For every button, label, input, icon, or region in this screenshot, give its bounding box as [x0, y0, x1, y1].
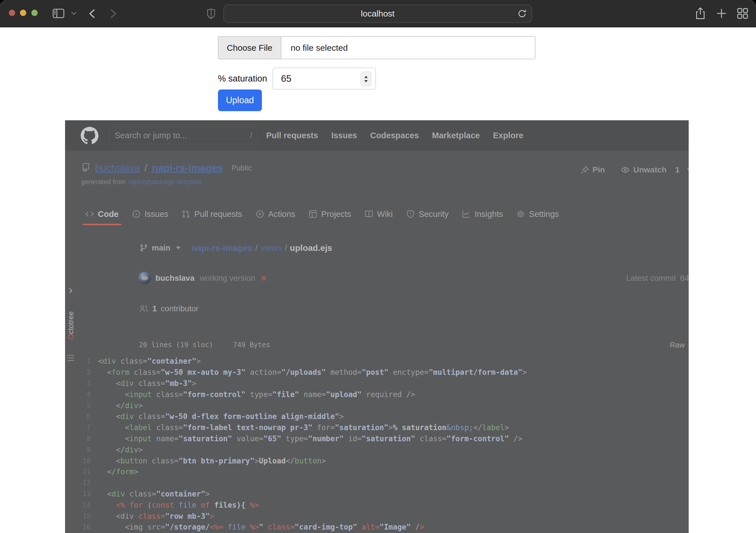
hamburger-icon[interactable]: [67, 355, 74, 363]
code-line: 16 <img src="/storage/<%= file %>" class…: [65, 521, 689, 533]
saturation-number-input[interactable]: 65: [272, 67, 376, 89]
watch-button[interactable]: Unwatch 1: [621, 165, 689, 174]
number-stepper[interactable]: [361, 71, 371, 86]
line-number[interactable]: 3: [65, 379, 98, 387]
repo-tab-security[interactable]: Security: [406, 203, 449, 225]
code-text: <label class="form-label text-nowrap pr-…: [98, 423, 509, 432]
template-repo-link[interactable]: napi-rs/package-template: [127, 178, 202, 186]
project-icon: [309, 210, 317, 218]
header-nav-item-pull-requests[interactable]: Pull requests: [266, 131, 318, 140]
octotree-sidebar-tab[interactable]: Octotree: [65, 287, 76, 361]
code-text: <button class="btn btn-primary">Upload</…: [98, 457, 326, 465]
tab-overview-button[interactable]: [737, 8, 748, 19]
line-number[interactable]: 15: [65, 512, 98, 520]
line-number[interactable]: 2: [65, 368, 98, 376]
header-nav-item-explore[interactable]: Explore: [493, 131, 523, 140]
latest-commit-sha[interactable]: 04: [680, 274, 689, 283]
tab-label: Pull requests: [194, 210, 242, 219]
forward-button[interactable]: [109, 9, 118, 19]
line-number[interactable]: 7: [65, 423, 98, 432]
toolbar-chevron-down-icon[interactable]: [71, 12, 77, 15]
latest-commit-info: Latest commit 04: [626, 270, 689, 287]
repo-tab-pull-requests[interactable]: Pull requests: [182, 203, 242, 225]
github-search-box[interactable]: Search or jump to... /: [109, 127, 257, 144]
breadcrumb-link[interactable]: napi-rs-images: [191, 243, 252, 253]
github-header-nav: Pull requestsIssuesCodespacesMarketplace…: [266, 120, 523, 151]
breadcrumb: napi-rs-images/views/upload.ejs: [191, 240, 332, 257]
repo-tab-insights[interactable]: Insights: [462, 203, 503, 225]
file-upload-input[interactable]: Choose File no file selected: [218, 36, 535, 59]
code-text: <div class="w-50 d-flex form-outline ali…: [98, 412, 344, 421]
code-line: 15 <div class="row mb-3">: [65, 511, 689, 521]
line-number[interactable]: 9: [65, 446, 98, 454]
code-text: <input name="saturation" value="65" type…: [98, 434, 522, 443]
repo-tab-actions[interactable]: Actions: [256, 203, 295, 225]
code-viewer: 1<div class="container">2 <form class="w…: [65, 356, 689, 533]
branch-selector[interactable]: main: [140, 243, 180, 253]
raw-button[interactable]: Raw: [670, 338, 685, 352]
graph-icon: [462, 210, 471, 218]
saturation-value: 65: [281, 68, 291, 89]
breadcrumb-separator: /: [285, 243, 287, 253]
repo-tab-projects[interactable]: Projects: [309, 203, 351, 225]
new-tab-button[interactable]: [716, 8, 727, 19]
line-number[interactable]: 11: [65, 468, 98, 476]
repo-tab-wiki[interactable]: Wiki: [364, 203, 393, 225]
line-number[interactable]: 10: [65, 457, 98, 465]
watch-caret-icon[interactable]: [687, 168, 689, 172]
reload-button[interactable]: [517, 9, 527, 20]
header-nav-item-marketplace[interactable]: Marketplace: [432, 131, 480, 140]
stepper-down-icon[interactable]: [364, 80, 368, 82]
line-number[interactable]: 12: [65, 479, 98, 487]
stepper-up-icon[interactable]: [364, 76, 368, 78]
header-nav-item-codespaces[interactable]: Codespaces: [370, 131, 419, 140]
window-zoom-button[interactable]: [31, 10, 38, 16]
contributor-label: contributor: [161, 304, 199, 313]
window-close-button[interactable]: [9, 10, 15, 16]
octotree-label-first: O: [67, 334, 75, 340]
code-text: <div class="container">: [98, 357, 201, 366]
chevron-right-icon[interactable]: [67, 287, 74, 295]
commit-author-avatar[interactable]: [138, 272, 151, 284]
line-number[interactable]: 16: [65, 523, 98, 531]
branch-caret-icon: [176, 246, 180, 249]
pin-button[interactable]: Pin: [580, 165, 605, 174]
code-line: 10 <button class="btn btn-primary">Uploa…: [65, 455, 689, 466]
check-failed-x-icon[interactable]: [260, 274, 268, 282]
watch-label: Unwatch: [633, 165, 667, 174]
address-bar[interactable]: localhost: [223, 5, 532, 23]
repo-tab-settings[interactable]: Settings: [516, 203, 559, 225]
tab-label: Wiki: [377, 210, 393, 219]
sidebar-icon: [52, 9, 65, 18]
gear-icon: [516, 210, 525, 218]
code-line: 12: [65, 477, 689, 489]
line-number[interactable]: 8: [65, 435, 98, 443]
tab-label: Projects: [321, 210, 351, 219]
header-nav-item-issues[interactable]: Issues: [331, 131, 357, 140]
saturation-label: % saturation: [218, 67, 267, 89]
contributors-row[interactable]: 1 contributor: [139, 301, 199, 316]
browser-window: localhost Choose File no file selected: [0, 0, 756, 533]
window-minimize-button[interactable]: [20, 10, 26, 16]
line-number[interactable]: 13: [65, 490, 98, 498]
code-line: 6 <div class="w-50 d-flex form-outline a…: [65, 411, 689, 422]
commit-author-name[interactable]: buchslava: [155, 274, 195, 283]
line-number[interactable]: 6: [65, 413, 98, 420]
back-button[interactable]: [88, 9, 96, 19]
share-button[interactable]: [694, 7, 707, 20]
sidebar-toggle-button[interactable]: [52, 9, 65, 18]
upload-button[interactable]: Upload: [218, 89, 262, 111]
code-line: 2 <form class="w-50 mx-auto my-3" action…: [65, 367, 689, 378]
latest-commit-label: Latest commit: [626, 274, 676, 283]
code-text: <form class="w-50 mx-auto my-3" action="…: [98, 368, 527, 376]
commit-message[interactable]: working version: [200, 274, 255, 283]
line-number[interactable]: 4: [65, 391, 98, 398]
repo-tab-code[interactable]: Code: [85, 203, 119, 225]
breadcrumb-link[interactable]: views: [260, 243, 282, 253]
line-number[interactable]: 5: [65, 402, 98, 410]
line-number[interactable]: 14: [65, 501, 98, 509]
choose-file-button[interactable]: Choose File: [219, 37, 281, 59]
privacy-shield-icon[interactable]: [205, 8, 217, 20]
github-logo-icon[interactable]: [81, 127, 98, 146]
repo-tab-issues[interactable]: Issues: [132, 203, 169, 225]
